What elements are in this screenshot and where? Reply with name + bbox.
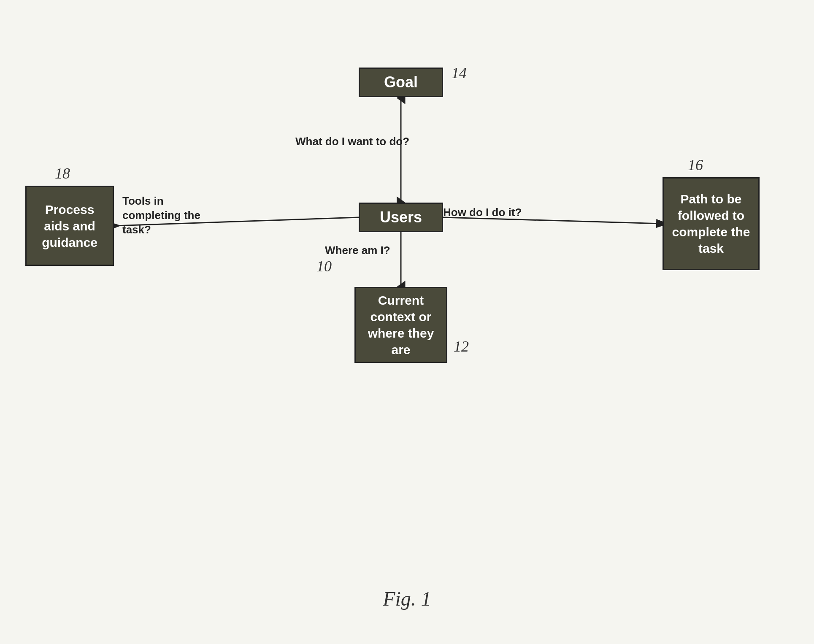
ref-12: 12 [454,338,469,355]
ref-18: 18 [55,165,70,182]
how-label: How do I do it? [443,206,522,219]
current-context-node: Current context or where they are [354,287,447,363]
figure-caption: Fig. 1 [383,587,431,610]
users-node: Users [359,203,443,232]
tools-label: Tools in completing the task? [122,194,207,237]
ref-10: 10 [316,257,332,275]
path-node: Path to be followed to complete the task [663,177,760,270]
goal-node: Goal [359,68,443,97]
process-aids-node: Process aids and guidance [25,186,114,266]
what-label: What do I want to do? [295,135,409,148]
ref-14: 14 [452,64,467,82]
ref-16: 16 [688,156,703,174]
where-label: Where am I? [325,244,390,257]
diagram: Goal Users Current context or where they… [0,34,814,414]
